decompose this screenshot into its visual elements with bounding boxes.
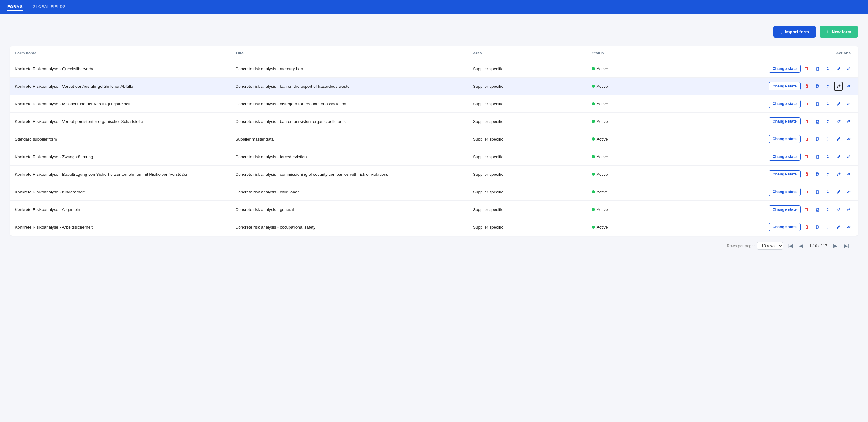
prev-page-button[interactable]: ◀ bbox=[797, 241, 805, 250]
pagination: Rows per page: 10 rows 25 rows 50 rows |… bbox=[10, 236, 858, 251]
edit-icon[interactable] bbox=[834, 170, 843, 178]
cell-form-area: Supplier specific bbox=[468, 201, 587, 218]
delete-icon[interactable] bbox=[803, 188, 811, 196]
cell-form-status: Active bbox=[587, 113, 689, 130]
cell-form-name: Konkrete Risikoanalyse - Zwangsräumung bbox=[10, 148, 230, 166]
link-icon[interactable] bbox=[844, 152, 853, 161]
reorder-icon[interactable] bbox=[824, 100, 832, 108]
edit-icon[interactable] bbox=[834, 205, 843, 214]
svg-line-14 bbox=[848, 139, 849, 140]
change-state-button[interactable]: Change state bbox=[769, 152, 801, 161]
table-row: Konkrete Risikoanalyse - AllgemeinConcre… bbox=[10, 201, 858, 218]
cell-form-area: Supplier specific bbox=[468, 218, 587, 236]
cell-form-title: Supplier master data bbox=[230, 130, 468, 148]
reorder-icon[interactable] bbox=[824, 188, 832, 196]
link-icon[interactable] bbox=[844, 170, 853, 178]
table-row: Konkrete Risikoanalyse - Verbot der Ausf… bbox=[10, 78, 858, 95]
change-state-button[interactable]: Change state bbox=[769, 205, 801, 214]
duplicate-icon[interactable] bbox=[813, 170, 822, 178]
edit-icon[interactable] bbox=[834, 82, 843, 90]
delete-icon[interactable] bbox=[803, 117, 811, 126]
duplicate-icon[interactable] bbox=[813, 117, 822, 126]
duplicate-icon[interactable] bbox=[813, 100, 822, 108]
delete-icon[interactable] bbox=[803, 64, 811, 73]
delete-icon[interactable] bbox=[803, 223, 811, 231]
change-state-button[interactable]: Change state bbox=[769, 117, 801, 125]
cell-form-status: Active bbox=[587, 130, 689, 148]
last-page-button[interactable]: ▶| bbox=[842, 241, 851, 250]
duplicate-icon[interactable] bbox=[813, 82, 822, 90]
change-state-button[interactable]: Change state bbox=[769, 170, 801, 178]
cell-form-area: Supplier specific bbox=[468, 130, 587, 148]
reorder-icon[interactable] bbox=[824, 82, 832, 90]
reorder-icon[interactable] bbox=[824, 117, 832, 126]
duplicate-icon[interactable] bbox=[813, 223, 822, 231]
table-row: Konkrete Risikoanalyse - KinderarbeitCon… bbox=[10, 183, 858, 201]
duplicate-icon[interactable] bbox=[813, 64, 822, 73]
nav-tab-global-fields[interactable]: GLOBAL FIELDS bbox=[32, 3, 65, 11]
delete-icon[interactable] bbox=[803, 135, 811, 143]
reorder-icon[interactable] bbox=[824, 135, 832, 143]
duplicate-icon[interactable] bbox=[813, 135, 822, 143]
link-icon[interactable] bbox=[844, 64, 853, 73]
duplicate-icon[interactable] bbox=[813, 188, 822, 196]
cell-form-name: Konkrete Risikoanalyse - Arbeitssicherhe… bbox=[10, 218, 230, 236]
duplicate-icon[interactable] bbox=[813, 205, 822, 214]
link-icon[interactable] bbox=[844, 205, 853, 214]
status-dot bbox=[592, 85, 595, 88]
status-dot bbox=[592, 190, 595, 193]
status-text: Active bbox=[597, 225, 608, 229]
reorder-icon[interactable] bbox=[824, 223, 832, 231]
svg-line-5 bbox=[848, 86, 849, 87]
change-state-button[interactable]: Change state bbox=[769, 100, 801, 108]
change-state-button[interactable]: Change state bbox=[769, 64, 801, 73]
first-page-button[interactable]: |◀ bbox=[785, 241, 794, 250]
svg-line-17 bbox=[848, 156, 849, 157]
edit-icon[interactable] bbox=[834, 223, 843, 231]
delete-icon[interactable] bbox=[803, 205, 811, 214]
table-row: Standard supplier formSupplier master da… bbox=[10, 130, 858, 148]
reorder-icon[interactable] bbox=[824, 170, 832, 178]
cell-form-status: Active bbox=[587, 148, 689, 166]
link-icon[interactable] bbox=[844, 100, 853, 108]
cell-form-area: Supplier specific bbox=[468, 78, 587, 95]
status-text: Active bbox=[597, 84, 608, 89]
cell-form-name: Standard supplier form bbox=[10, 130, 230, 148]
cell-form-status: Active bbox=[587, 183, 689, 201]
col-header-status: Status bbox=[587, 46, 689, 60]
change-state-button[interactable]: Change state bbox=[769, 223, 801, 231]
reorder-icon[interactable] bbox=[824, 64, 832, 73]
change-state-button[interactable]: Change state bbox=[769, 82, 801, 90]
svg-line-29 bbox=[848, 227, 849, 228]
edit-icon[interactable] bbox=[834, 152, 843, 161]
duplicate-icon[interactable] bbox=[813, 152, 822, 161]
reorder-icon[interactable] bbox=[824, 205, 832, 214]
link-icon[interactable] bbox=[844, 82, 853, 90]
next-page-button[interactable]: ▶ bbox=[831, 241, 840, 250]
new-form-button[interactable]: + New form bbox=[819, 26, 858, 38]
link-icon[interactable] bbox=[844, 117, 853, 126]
plus-icon: + bbox=[826, 29, 829, 35]
edit-icon[interactable] bbox=[834, 135, 843, 143]
edit-icon[interactable] bbox=[834, 188, 843, 196]
edit-icon[interactable] bbox=[834, 100, 843, 108]
cell-form-name: Konkrete Risikoanalyse - Allgemein bbox=[10, 201, 230, 218]
delete-icon[interactable] bbox=[803, 152, 811, 161]
edit-icon[interactable] bbox=[834, 117, 843, 126]
table-row: Konkrete Risikoanalyse - ZwangsräumungCo… bbox=[10, 148, 858, 166]
change-state-button[interactable]: Change state bbox=[769, 135, 801, 143]
edit-icon[interactable] bbox=[834, 64, 843, 73]
reorder-icon[interactable] bbox=[824, 152, 832, 161]
nav-tab-forms[interactable]: FORMS bbox=[7, 3, 23, 11]
change-state-button[interactable]: Change state bbox=[769, 188, 801, 196]
rows-per-page-select[interactable]: 10 rows 25 rows 50 rows bbox=[757, 242, 783, 250]
import-form-button[interactable]: ↓ Import form bbox=[773, 26, 816, 38]
link-icon[interactable] bbox=[844, 223, 853, 231]
delete-icon[interactable] bbox=[803, 82, 811, 90]
link-icon[interactable] bbox=[844, 135, 853, 143]
delete-icon[interactable] bbox=[803, 100, 811, 108]
cell-form-area: Supplier specific bbox=[468, 95, 587, 113]
link-icon[interactable] bbox=[844, 188, 853, 196]
status-text: Active bbox=[597, 154, 608, 159]
delete-icon[interactable] bbox=[803, 170, 811, 178]
